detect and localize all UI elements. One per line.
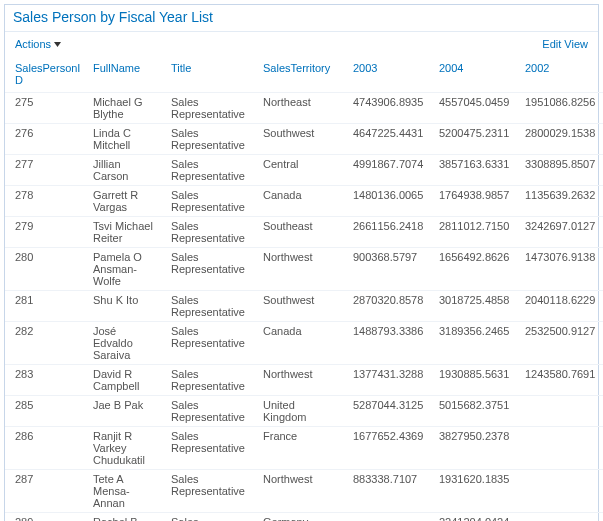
table-row[interactable]: 275Michael G BlytheSales RepresentativeN… — [5, 93, 603, 124]
data-table: SalesPersonID FullName Title SalesTerrit… — [5, 56, 603, 521]
cell-fullname: Tete A Mensa-Annan — [87, 470, 165, 513]
cell-y2003: 1377431.3288 — [347, 365, 433, 396]
table-row[interactable]: 287Tete A Mensa-AnnanSales Representativ… — [5, 470, 603, 513]
table-row[interactable]: 283David R CampbellSales RepresentativeN… — [5, 365, 603, 396]
cell-title: Sales Representative — [165, 186, 257, 217]
table-row[interactable]: 285Jae B PakSales RepresentativeUnited K… — [5, 396, 603, 427]
cell-salespersonid: 279 — [5, 217, 87, 248]
table-row[interactable]: 281Shu K ItoSales RepresentativeSouthwes… — [5, 291, 603, 322]
cell-y2002 — [519, 470, 603, 513]
cell-fullname: Garrett R Vargas — [87, 186, 165, 217]
cell-salesterritory: United Kingdom — [257, 396, 347, 427]
cell-y2003 — [347, 513, 433, 522]
cell-y2004: 2811012.7150 — [433, 217, 519, 248]
actions-label: Actions — [15, 38, 51, 50]
cell-y2003: 1677652.4369 — [347, 427, 433, 470]
cell-y2004: 1931620.1835 — [433, 470, 519, 513]
cell-y2002: 1473076.9138 — [519, 248, 603, 291]
cell-salesterritory: Canada — [257, 322, 347, 365]
cell-title: Sales Representative — [165, 291, 257, 322]
table-row[interactable]: 286Ranjit R Varkey ChudukatilSales Repre… — [5, 427, 603, 470]
cell-salespersonid: 277 — [5, 155, 87, 186]
cell-title: Sales Representative — [165, 248, 257, 291]
cell-y2004: 3189356.2465 — [433, 322, 519, 365]
table-row[interactable]: 279Tsvi Michael ReiterSales Representati… — [5, 217, 603, 248]
cell-fullname: José Edvaldo Saraiva — [87, 322, 165, 365]
cell-title: Sales Representative — [165, 396, 257, 427]
cell-title: Sales Representative — [165, 427, 257, 470]
table-row[interactable]: 282José Edvaldo SaraivaSales Representat… — [5, 322, 603, 365]
cell-salesterritory: Northwest — [257, 470, 347, 513]
cell-salesterritory: Northeast — [257, 93, 347, 124]
cell-y2003: 2661156.2418 — [347, 217, 433, 248]
col-salespersonid[interactable]: SalesPersonID — [5, 56, 87, 93]
cell-y2002: 1243580.7691 — [519, 365, 603, 396]
table-row[interactable]: 277Jillian CarsonSales RepresentativeCen… — [5, 155, 603, 186]
cell-salesterritory: Southeast — [257, 217, 347, 248]
cell-y2002: 1135639.2632 — [519, 186, 603, 217]
cell-salespersonid: 276 — [5, 124, 87, 155]
cell-fullname: Tsvi Michael Reiter — [87, 217, 165, 248]
cell-y2003: 2870320.8578 — [347, 291, 433, 322]
cell-fullname: Michael G Blythe — [87, 93, 165, 124]
table-row[interactable]: 289Rachel B ValdezSales RepresentativeGe… — [5, 513, 603, 522]
table-body: 275Michael G BlytheSales RepresentativeN… — [5, 93, 603, 522]
cell-salespersonid: 283 — [5, 365, 87, 396]
cell-salesterritory: Southwest — [257, 291, 347, 322]
col-2002[interactable]: 2002 — [519, 56, 603, 93]
cell-salesterritory: Northwest — [257, 248, 347, 291]
actions-menu[interactable]: Actions — [15, 38, 61, 50]
cell-fullname: David R Campbell — [87, 365, 165, 396]
page-title: Sales Person by Fiscal Year List — [5, 5, 598, 32]
cell-y2002: 2040118.6229 — [519, 291, 603, 322]
cell-salespersonid: 286 — [5, 427, 87, 470]
cell-salespersonid: 275 — [5, 93, 87, 124]
cell-y2002 — [519, 513, 603, 522]
cell-y2003: 1488793.3386 — [347, 322, 433, 365]
cell-salesterritory: Central — [257, 155, 347, 186]
col-fullname[interactable]: FullName — [87, 56, 165, 93]
col-2003[interactable]: 2003 — [347, 56, 433, 93]
cell-y2002 — [519, 427, 603, 470]
chevron-down-icon — [54, 42, 61, 47]
col-title[interactable]: Title — [165, 56, 257, 93]
table-row[interactable]: 276Linda C MitchellSales RepresentativeS… — [5, 124, 603, 155]
col-salesterritory[interactable]: SalesTerritory — [257, 56, 347, 93]
cell-y2003: 883338.7107 — [347, 470, 433, 513]
cell-y2002: 2800029.1538 — [519, 124, 603, 155]
cell-y2002: 3308895.8507 — [519, 155, 603, 186]
cell-title: Sales Representative — [165, 217, 257, 248]
cell-fullname: Pamela O Ansman-Wolfe — [87, 248, 165, 291]
cell-y2004: 1764938.9857 — [433, 186, 519, 217]
cell-y2002 — [519, 396, 603, 427]
toolbar: Actions Edit View — [5, 32, 598, 56]
cell-y2003: 900368.5797 — [347, 248, 433, 291]
edit-view-link[interactable]: Edit View — [542, 38, 588, 50]
cell-y2003: 4991867.7074 — [347, 155, 433, 186]
header-row: SalesPersonID FullName Title SalesTerrit… — [5, 56, 603, 93]
col-2004[interactable]: 2004 — [433, 56, 519, 93]
cell-y2004: 5015682.3751 — [433, 396, 519, 427]
cell-y2004: 3018725.4858 — [433, 291, 519, 322]
table-row[interactable]: 280Pamela O Ansman-WolfeSales Representa… — [5, 248, 603, 291]
cell-fullname: Shu K Ito — [87, 291, 165, 322]
cell-title: Sales Representative — [165, 155, 257, 186]
table-row[interactable]: 278Garrett R VargasSales RepresentativeC… — [5, 186, 603, 217]
cell-salespersonid: 281 — [5, 291, 87, 322]
cell-salesterritory: Germany — [257, 513, 347, 522]
cell-salespersonid: 280 — [5, 248, 87, 291]
cell-salespersonid: 278 — [5, 186, 87, 217]
cell-fullname: Rachel B Valdez — [87, 513, 165, 522]
cell-y2002: 2532500.9127 — [519, 322, 603, 365]
cell-salespersonid: 282 — [5, 322, 87, 365]
cell-fullname: Jillian Carson — [87, 155, 165, 186]
cell-title: Sales Representative — [165, 513, 257, 522]
cell-salesterritory: Northwest — [257, 365, 347, 396]
cell-title: Sales Representative — [165, 93, 257, 124]
cell-y2003: 4743906.8935 — [347, 93, 433, 124]
cell-y2004: 3857163.6331 — [433, 155, 519, 186]
cell-y2004: 2241204.0424 — [433, 513, 519, 522]
cell-salesterritory: Southwest — [257, 124, 347, 155]
cell-y2003: 4647225.4431 — [347, 124, 433, 155]
cell-title: Sales Representative — [165, 365, 257, 396]
